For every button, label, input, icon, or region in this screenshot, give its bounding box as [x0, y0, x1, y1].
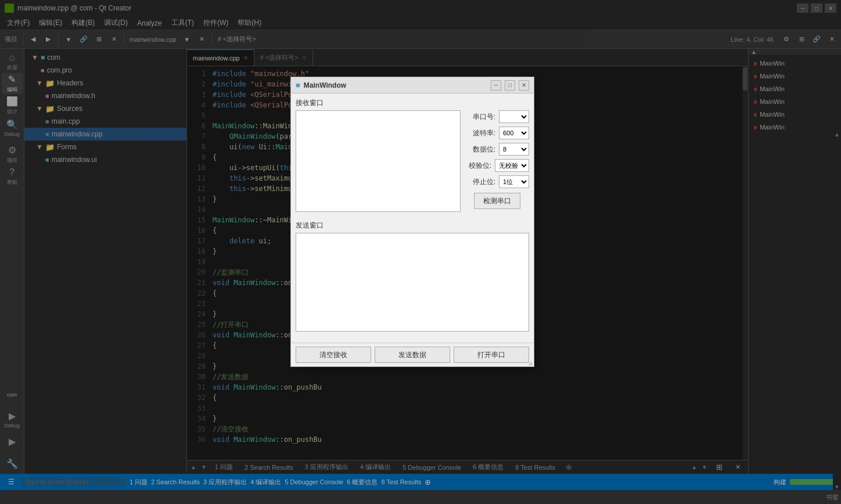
- dialog-title: MainWindow: [304, 81, 487, 89]
- send-textarea[interactable]: [296, 233, 529, 332]
- baud-rate-row: 波特率: 600: [465, 127, 529, 139]
- dialog-footer: 清空接收 发送数据 打开串口: [291, 343, 534, 366]
- dialog-minimize-button[interactable]: ─: [491, 80, 501, 91]
- serial-port-label: 串口号:: [465, 112, 495, 122]
- send-data-button[interactable]: 发送数据: [375, 347, 450, 363]
- baud-rate-select[interactable]: 600: [499, 127, 529, 139]
- data-bits-select[interactable]: 8: [499, 143, 529, 156]
- dialog-right: 串口号: 波特率: 600 数据位:: [465, 110, 529, 218]
- baud-rate-label: 波特率:: [465, 128, 495, 138]
- dialog-left: [296, 110, 461, 218]
- parity-row: 校验位: 无校验: [465, 159, 529, 172]
- stop-bits-select[interactable]: 1位: [499, 175, 529, 188]
- dialog-close-button[interactable]: ✕: [519, 80, 529, 91]
- parity-label: 校验位:: [465, 161, 491, 171]
- stop-bits-row: 停止位: 1位: [465, 175, 529, 188]
- send-label: 发送窗口: [296, 221, 529, 231]
- modal-overlay: ■ MainWindow ─ □ ✕ 接收窗口 串口号:: [0, 0, 841, 504]
- dialog-maximize-button[interactable]: □: [505, 80, 515, 91]
- dialog-titlebar: ■ MainWindow ─ □ ✕: [291, 77, 534, 93]
- serial-settings: 串口号: 波特率: 600 数据位:: [465, 110, 529, 188]
- clear-receive-button[interactable]: 清空接收: [296, 347, 371, 363]
- dialog-resize-handle[interactable]: ⊿: [527, 359, 534, 366]
- open-serial-button[interactable]: 打开串口: [454, 347, 529, 363]
- stop-bits-label: 停止位:: [465, 177, 495, 187]
- data-bits-label: 数据位:: [465, 145, 495, 154]
- detect-serial-button[interactable]: 检测串口: [474, 193, 520, 209]
- parity-select[interactable]: 无校验: [495, 159, 529, 172]
- receive-textarea[interactable]: [296, 110, 461, 212]
- data-bits-row: 数据位: 8: [465, 143, 529, 156]
- detect-btn-container: 检测串口: [465, 193, 529, 209]
- dialog-body: 接收窗口 串口号: 波: [291, 93, 534, 343]
- serial-port-select[interactable]: [499, 110, 529, 123]
- dialog-content-layout: 串口号: 波特率: 600 数据位:: [296, 110, 529, 218]
- dialog: ■ MainWindow ─ □ ✕ 接收窗口 串口号:: [290, 77, 534, 367]
- serial-port-row: 串口号:: [465, 110, 529, 123]
- dialog-app-icon: ■: [296, 81, 300, 89]
- receive-label: 接收窗口: [296, 98, 529, 108]
